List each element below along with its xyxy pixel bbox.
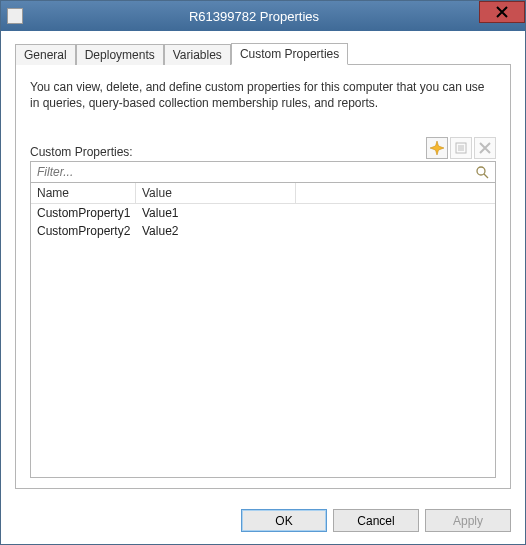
toolbar bbox=[426, 137, 496, 159]
tab-general[interactable]: General bbox=[15, 44, 76, 65]
close-icon bbox=[496, 6, 508, 18]
apply-button[interactable]: Apply bbox=[425, 509, 511, 532]
search-icon[interactable] bbox=[475, 165, 495, 179]
table-row[interactable]: CustomProperty1 Value1 bbox=[31, 204, 495, 222]
tab-deployments[interactable]: Deployments bbox=[76, 44, 164, 65]
window-title: R61399782 Properties bbox=[23, 9, 525, 24]
filter-box bbox=[30, 161, 496, 183]
table-row[interactable]: CustomProperty2 Value2 bbox=[31, 222, 495, 240]
delete-icon bbox=[478, 141, 492, 155]
tab-variables[interactable]: Variables bbox=[164, 44, 231, 65]
titlebar: R61399782 Properties bbox=[1, 1, 525, 31]
column-header-name[interactable]: Name bbox=[31, 183, 136, 203]
close-button[interactable] bbox=[479, 1, 525, 23]
ok-button[interactable]: OK bbox=[241, 509, 327, 532]
svg-line-6 bbox=[484, 174, 488, 178]
cell-name: CustomProperty2 bbox=[31, 222, 136, 240]
cell-name: CustomProperty1 bbox=[31, 204, 136, 222]
tab-panel-custom-properties: You can view, delete, and define custom … bbox=[15, 65, 511, 489]
properties-dialog: R61399782 Properties General Deployments… bbox=[0, 0, 526, 545]
cancel-button[interactable]: Cancel bbox=[333, 509, 419, 532]
starburst-icon bbox=[430, 141, 444, 155]
svg-marker-0 bbox=[430, 141, 444, 155]
column-header-spacer bbox=[296, 183, 495, 203]
panel-description: You can view, delete, and define custom … bbox=[30, 79, 496, 111]
custom-properties-list[interactable]: Name Value CustomProperty1 Value1 Custom… bbox=[30, 183, 496, 478]
dialog-buttons: OK Cancel Apply bbox=[1, 499, 525, 544]
svg-point-5 bbox=[477, 167, 485, 175]
tab-strip: General Deployments Variables Custom Pro… bbox=[15, 43, 511, 65]
section-header-row: Custom Properties: bbox=[30, 137, 496, 159]
properties-icon bbox=[454, 141, 468, 155]
cell-value: Value1 bbox=[136, 204, 296, 222]
filter-input[interactable] bbox=[31, 163, 475, 181]
tab-custom-properties[interactable]: Custom Properties bbox=[231, 43, 348, 65]
system-icon bbox=[7, 8, 23, 24]
cell-value: Value2 bbox=[136, 222, 296, 240]
delete-button[interactable] bbox=[474, 137, 496, 159]
client-area: General Deployments Variables Custom Pro… bbox=[1, 31, 525, 499]
column-header-value[interactable]: Value bbox=[136, 183, 296, 203]
section-label: Custom Properties: bbox=[30, 145, 133, 159]
edit-button[interactable] bbox=[450, 137, 472, 159]
new-button[interactable] bbox=[426, 137, 448, 159]
list-header: Name Value bbox=[31, 183, 495, 204]
